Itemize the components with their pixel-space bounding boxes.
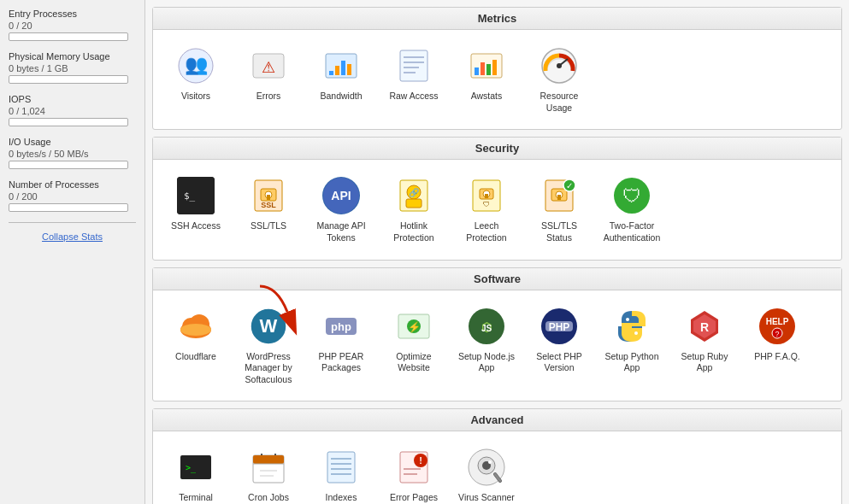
optimize-website-label: Optimize Website: [383, 351, 445, 374]
svg-rect-43: [557, 195, 561, 200]
manage-api-icon: API: [321, 175, 362, 216]
bandwidth-label: Bandwidth: [320, 91, 362, 103]
item-ruby[interactable]: R Setup Ruby App: [670, 299, 739, 393]
item-cron-jobs[interactable]: Cron Jobs: [234, 440, 303, 504]
virus-scanner-label: Virus Scanner: [458, 492, 515, 504]
svg-rect-22: [177, 177, 215, 214]
item-nodejs[interactable]: ⬡ JS Setup Node.js App: [452, 299, 521, 393]
item-awstats[interactable]: Awstats: [452, 38, 521, 120]
stat-label-physical-memory: Physical Memory Usage: [9, 51, 136, 62]
hotlink-protection-icon: 🔗: [393, 175, 434, 216]
terminal-label: Terminal: [179, 492, 213, 504]
svg-text:HELP: HELP: [766, 317, 789, 326]
awstats-label: Awstats: [471, 91, 503, 103]
php-faq-label: PHP F.A.Q.: [754, 351, 800, 363]
section-header-security: Security: [153, 138, 841, 160]
item-two-factor-auth[interactable]: 🛡 Two-Factor Authentication: [598, 168, 666, 250]
item-leech-protection[interactable]: 🛡 Leech Protection: [452, 168, 521, 250]
item-visitors[interactable]: 👥 Visitors: [162, 38, 230, 120]
item-wordpress[interactable]: W WordPress Manager by Softaculous: [234, 299, 303, 393]
ssl-tls-status-icon: ✓: [539, 175, 580, 216]
svg-point-52: [180, 324, 211, 336]
collapse-stats-link[interactable]: Collapse Stats: [9, 231, 136, 242]
terminal-icon: >_: [175, 447, 216, 488]
svg-text:🛡: 🛡: [483, 201, 490, 208]
stat-label-iops: IOPS: [9, 94, 136, 104]
svg-text:⚠: ⚠: [262, 59, 275, 76]
errors-label: Errors: [256, 91, 281, 103]
section-header-metrics: Metrics: [153, 8, 841, 30]
item-php-faq[interactable]: HELP ? PHP F.A.Q.: [743, 299, 811, 393]
item-ssl-tls-status[interactable]: ✓ SSL/TLS Status: [525, 168, 593, 250]
stat-bar-physical-memory: [9, 75, 128, 84]
svg-point-98: [488, 460, 492, 464]
item-hotlink-protection[interactable]: 🔗 Hotlink Protection: [380, 168, 448, 250]
item-indexes[interactable]: Indexes: [307, 440, 375, 504]
php-faq-icon: HELP ?: [757, 306, 798, 347]
python-label: Setup Python App: [601, 351, 663, 374]
svg-rect-27: [267, 195, 270, 200]
resource-usage-label: Resource Usage: [528, 91, 590, 114]
section-software: Software: [152, 267, 842, 402]
item-terminal[interactable]: >_ Terminal: [162, 440, 230, 504]
svg-text:R: R: [700, 320, 709, 334]
bandwidth-icon: [321, 45, 362, 86]
item-bandwidth[interactable]: Bandwidth: [307, 38, 375, 120]
stat-physical-memory: Physical Memory Usage 0 bytes / 1 GB: [9, 51, 136, 84]
svg-point-72: [759, 308, 795, 344]
stat-label-num-processes: Number of Processes: [9, 179, 136, 190]
ssh-access-label: SSH Access: [171, 220, 221, 232]
svg-rect-16: [481, 62, 485, 75]
error-pages-label: Error Pages: [390, 492, 438, 504]
stat-entry-processes: Entry Processes 0 / 20: [9, 9, 136, 41]
svg-rect-7: [341, 61, 345, 75]
stat-value-entry-processes: 0 / 20: [9, 21, 136, 31]
item-php-version[interactable]: PHP Select PHP Version: [525, 299, 593, 393]
svg-rect-38: [485, 194, 488, 198]
item-cloudflare[interactable]: Cloudflare: [162, 299, 230, 393]
item-python[interactable]: Setup Python App: [598, 299, 666, 393]
stat-label-entry-processes: Entry Processes: [9, 9, 136, 19]
item-virus-scanner[interactable]: Virus Scanner: [452, 440, 521, 504]
stat-bar-iops: [9, 118, 128, 126]
svg-text:!: !: [419, 455, 422, 466]
stat-num-processes: Number of Processes 0 / 200: [9, 179, 136, 212]
ssl-tls-icon: SSL: [248, 175, 289, 216]
awstats-icon: [466, 45, 507, 86]
item-ssl-tls[interactable]: SSL SSL/TLS: [234, 168, 303, 250]
svg-point-67: [626, 318, 629, 321]
nodejs-label: Setup Node.js App: [456, 351, 517, 374]
wordpress-label: WordPress Manager by Softaculous: [238, 351, 299, 386]
item-resource-usage[interactable]: Resource Usage: [525, 38, 593, 120]
svg-rect-9: [400, 50, 427, 81]
stat-value-io-usage: 0 bytes/s / 50 MB/s: [9, 149, 136, 159]
item-optimize-website[interactable]: ⚡ Optimize Website: [380, 299, 448, 393]
stat-bar-io-usage: [9, 161, 128, 169]
svg-text:php: php: [331, 320, 351, 333]
svg-rect-15: [475, 67, 479, 75]
svg-text:?: ?: [775, 330, 779, 338]
item-php-pear[interactable]: php PHP PEAR Packages: [307, 299, 375, 393]
indexes-icon: [321, 447, 362, 488]
svg-text:PHP: PHP: [549, 321, 570, 333]
metrics-items: 👥 Visitors ⚠ Errors: [153, 30, 841, 129]
svg-text:SSL: SSL: [261, 201, 276, 209]
errors-icon: ⚠: [248, 45, 289, 86]
item-manage-api[interactable]: API Manage API Tokens: [307, 168, 375, 250]
item-raw-access[interactable]: Raw Access: [380, 38, 448, 120]
stat-bar-num-processes: [9, 203, 128, 212]
svg-point-21: [557, 63, 562, 68]
stat-bar-entry-processes: [9, 32, 128, 41]
php-version-label: Select PHP Version: [528, 351, 590, 374]
item-errors[interactable]: ⚠ Errors: [234, 38, 303, 120]
svg-text:✓: ✓: [566, 181, 573, 190]
svg-text:>_: >_: [186, 463, 197, 473]
section-header-advanced: Advanced: [153, 409, 841, 431]
item-error-pages[interactable]: ! Error Pages: [380, 440, 448, 504]
visitors-label: Visitors: [181, 91, 210, 103]
item-ssh-access[interactable]: $_ SSH Access: [162, 168, 230, 250]
ruby-icon: R: [684, 306, 725, 347]
ruby-label: Setup Ruby App: [674, 351, 735, 374]
raw-access-icon: [393, 45, 434, 86]
section-security: Security $_ SSH Access: [152, 137, 842, 260]
